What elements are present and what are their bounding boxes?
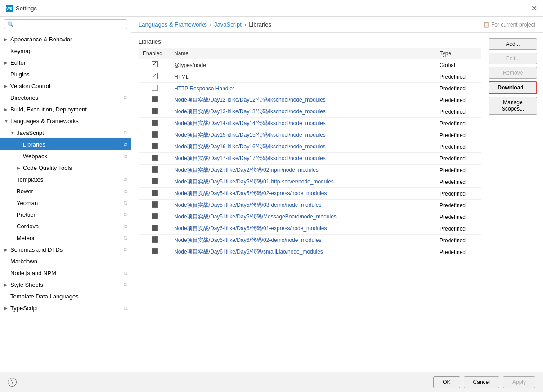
sidebar-item-schemas[interactable]: ▶ Schemas and DTDs ⧉ (0, 244, 131, 255)
sidebar-item-appearance[interactable]: ▶ Appearance & Behavior (0, 33, 131, 45)
sidebar-item-cordova[interactable]: Cordova ⧉ (0, 220, 131, 232)
checkbox-square[interactable] (152, 248, 158, 254)
table-row[interactable]: Node项目实战/Day6-itlike/Day6/代码/01-express/… (139, 223, 481, 235)
checkbox-cell[interactable] (139, 153, 171, 165)
sidebar-item-libraries[interactable]: Libraries ⧉ (0, 138, 131, 150)
checkbox-cell[interactable] (139, 94, 171, 106)
sidebar-item-bower[interactable]: Bower ⧉ (0, 185, 131, 197)
library-name-link[interactable]: Node项目实战/Day6-itlike/Day6/代码/02-demo/nod… (174, 237, 321, 243)
library-name-link[interactable]: Node项目实战/Day12-itlike/Day12/代码/lkschool/… (174, 97, 326, 103)
close-button[interactable]: ✕ (531, 4, 537, 13)
table-row[interactable]: Node项目实战/Day13-itlike/Day13/代码/lkschool/… (139, 106, 481, 118)
checkbox-square[interactable] (152, 225, 158, 231)
sidebar-item-directories[interactable]: Directories ⧉ (0, 92, 131, 103)
checkbox-cell[interactable] (139, 246, 171, 258)
table-container[interactable]: Enabled Name Type @types/nodeGlobalHTMLP… (139, 48, 481, 366)
checkbox-square[interactable] (152, 190, 158, 196)
checkbox-square[interactable] (152, 120, 158, 126)
sidebar-item-nodejs[interactable]: Node.js and NPM ⧉ (0, 267, 131, 279)
table-row[interactable]: Node项目实战/Day5-itlike/Day5/代码/MessageBoar… (139, 211, 481, 223)
sidebar-item-yeoman[interactable]: Yeoman ⧉ (0, 197, 131, 209)
library-name-link[interactable]: Node项目实战/Day5-itlike/Day5/代码/02-express/… (174, 190, 327, 196)
help-button[interactable]: ? (8, 378, 17, 387)
breadcrumb-lang[interactable]: Languages & Frameworks (139, 21, 207, 28)
table-row[interactable]: Node项目实战/Day5-itlike/Day5/代码/01-http-ser… (139, 176, 481, 188)
ok-button[interactable]: OK (433, 376, 460, 388)
sidebar-item-stylesheets[interactable]: ▶ Style Sheets ⧉ (0, 279, 131, 290)
checkbox-square[interactable] (152, 143, 158, 149)
checkbox-square[interactable] (152, 201, 158, 208)
table-row[interactable]: Node项目实战/Day2-itlike/Day2/代码/02-npm/node… (139, 165, 481, 176)
sidebar-item-vcs[interactable]: ▶ Version Control (0, 80, 131, 92)
checkbox-checked[interactable] (152, 73, 158, 79)
library-name-link[interactable]: Node项目实战/Day5-itlike/Day5/代码/MessageBoar… (174, 214, 337, 220)
checkbox-square[interactable] (152, 178, 158, 184)
sidebar-item-templates[interactable]: Templates ⧉ (0, 174, 131, 185)
table-row[interactable]: Node项目实战/Day17-itlike/Day17/代码/lkschool/… (139, 153, 481, 165)
checkbox-cell[interactable] (139, 83, 171, 94)
sidebar-item-editor[interactable]: ▶ Editor (0, 57, 131, 68)
checkbox-cell[interactable] (139, 211, 171, 223)
table-row[interactable]: Node项目实战/Day15-itlike/Day15/代码/lkschool/… (139, 129, 481, 141)
sidebar-item-build[interactable]: ▶ Build, Execution, Deployment (0, 103, 131, 115)
table-row[interactable]: Node项目实战/Day14-itlike/Day14/代码/lkschool/… (139, 118, 481, 129)
checkbox-cell[interactable] (139, 200, 171, 211)
sidebar-item-code-quality[interactable]: ▶ Code Quality Tools (0, 162, 131, 174)
library-name-link[interactable]: Node项目实战/Day5-itlike/Day5/代码/01-http-ser… (174, 178, 334, 185)
download-button[interactable]: Download... (489, 81, 537, 94)
sidebar-item-plugins[interactable]: Plugins (0, 68, 131, 80)
library-name-link[interactable]: Node项目实战/Day6-itlike/Day6/代码/smallLiao/n… (174, 249, 323, 255)
sidebar-item-prettier[interactable]: Prettier ⧉ (0, 209, 131, 220)
checkbox-square[interactable] (152, 108, 158, 114)
sidebar-item-javascript[interactable]: ▼ JavaScript ⧉ (0, 127, 131, 138)
library-name-link[interactable]: Node项目实战/Day15-itlike/Day15/代码/lkschool/… (174, 132, 326, 138)
checkbox-cell[interactable] (139, 59, 171, 71)
sidebar-item-template-data[interactable]: Template Data Languages (0, 290, 131, 302)
checkbox-cell[interactable] (139, 188, 171, 200)
table-row[interactable]: Node项目实战/Day5-itlike/Day5/代码/03-demo/nod… (139, 200, 481, 211)
checkbox-cell[interactable] (139, 235, 171, 246)
cancel-button[interactable]: Cancel (464, 376, 499, 388)
checkbox-checked[interactable] (152, 61, 158, 67)
breadcrumb-js[interactable]: JavaScript (214, 21, 242, 28)
table-row[interactable]: Node项目实战/Day16-itlike/Day16/代码/lkschool/… (139, 141, 481, 153)
add-button[interactable]: Add... (489, 38, 537, 50)
sidebar-item-webpack[interactable]: Webpack ⧉ (0, 150, 131, 162)
library-name-link[interactable]: Node项目实战/Day16-itlike/Day16/代码/lkschool/… (174, 143, 326, 150)
checkbox-cell[interactable] (139, 118, 171, 129)
table-row[interactable]: Node项目实战/Day12-itlike/Day12/代码/lkschool/… (139, 94, 481, 106)
sidebar-item-lang-frameworks[interactable]: ▼ Languages & Frameworks (0, 115, 131, 127)
checkbox-empty[interactable] (152, 85, 158, 91)
checkbox-square[interactable] (152, 166, 158, 173)
library-name-link[interactable]: Node项目实战/Day6-itlike/Day6/代码/01-express/… (174, 225, 327, 232)
table-row[interactable]: @types/nodeGlobal (139, 59, 481, 71)
checkbox-square[interactable] (152, 131, 158, 138)
checkbox-square[interactable] (152, 155, 158, 161)
apply-button[interactable]: Apply (503, 376, 535, 388)
checkbox-square[interactable] (152, 236, 158, 243)
table-row[interactable]: Node项目实战/Day5-itlike/Day5/代码/02-express/… (139, 188, 481, 200)
library-name-link[interactable]: Node项目实战/Day2-itlike/Day2/代码/02-npm/node… (174, 167, 319, 173)
table-row[interactable]: Node项目实战/Day6-itlike/Day6/代码/smallLiao/n… (139, 246, 481, 258)
sidebar-item-keymap[interactable]: Keymap (0, 45, 131, 57)
table-row[interactable]: Node项目实战/Day6-itlike/Day6/代码/02-demo/nod… (139, 235, 481, 246)
checkbox-cell[interactable] (139, 129, 171, 141)
checkbox-square[interactable] (152, 213, 158, 219)
library-name-link[interactable]: Node项目实战/Day14-itlike/Day14/代码/lkschool/… (174, 120, 326, 126)
checkbox-cell[interactable] (139, 106, 171, 118)
checkbox-cell[interactable] (139, 176, 171, 188)
checkbox-cell[interactable] (139, 71, 171, 83)
search-input[interactable] (4, 19, 127, 29)
checkbox-square[interactable] (152, 96, 158, 102)
sidebar-item-meteor[interactable]: Meteor ⧉ (0, 232, 131, 244)
checkbox-cell[interactable] (139, 165, 171, 176)
checkbox-cell[interactable] (139, 141, 171, 153)
library-name-link[interactable]: Node项目实战/Day17-itlike/Day17/代码/lkschool/… (174, 155, 326, 161)
manage-scopes-button[interactable]: Manage Scopes... (489, 97, 537, 115)
sidebar-item-markdown[interactable]: Markdown (0, 255, 131, 267)
table-row[interactable]: HTTP Response HandlerPredefined (139, 83, 481, 94)
remove-button[interactable]: Remove (489, 67, 537, 79)
table-row[interactable]: HTMLPredefined (139, 71, 481, 83)
checkbox-cell[interactable] (139, 223, 171, 235)
library-name-link[interactable]: Node项目实战/Day5-itlike/Day5/代码/03-demo/nod… (174, 202, 321, 208)
